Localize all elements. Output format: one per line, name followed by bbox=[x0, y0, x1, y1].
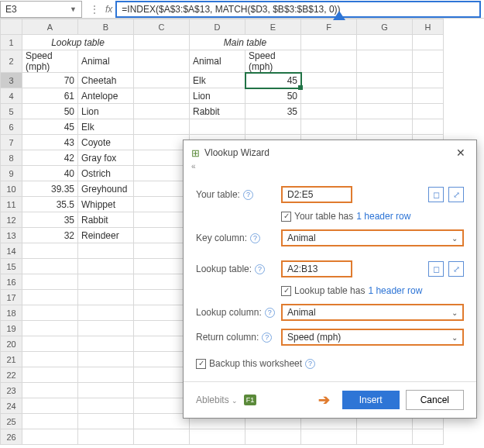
help-icon[interactable]: ? bbox=[243, 190, 253, 200]
cell[interactable]: Rabbit bbox=[190, 104, 245, 119]
cell[interactable] bbox=[134, 150, 190, 166]
cell[interactable]: 50 bbox=[22, 104, 78, 119]
cell[interactable]: Gray fox bbox=[78, 150, 134, 166]
row-header[interactable]: 18 bbox=[1, 305, 22, 321]
cell[interactable]: Elk bbox=[190, 73, 245, 88]
cell[interactable] bbox=[301, 104, 357, 119]
row-header[interactable]: 14 bbox=[1, 243, 22, 259]
cell[interactable] bbox=[78, 367, 134, 383]
cell[interactable] bbox=[190, 429, 245, 445]
active-cell[interactable]: 45 bbox=[245, 73, 301, 88]
row-header[interactable]: 24 bbox=[1, 398, 22, 414]
cell[interactable]: Antelope bbox=[78, 88, 134, 104]
cell[interactable]: 70 bbox=[22, 73, 78, 88]
cell[interactable] bbox=[134, 88, 190, 104]
f1-help-icon[interactable]: F1 bbox=[244, 395, 256, 405]
col-header-f[interactable]: F bbox=[301, 19, 357, 35]
row-header[interactable]: 19 bbox=[1, 321, 22, 336]
cell[interactable] bbox=[134, 104, 190, 119]
lookup-table-header-checkbox[interactable]: ✓ bbox=[281, 286, 291, 296]
cell[interactable] bbox=[357, 35, 413, 50]
cell[interactable]: 35 bbox=[245, 104, 301, 119]
cell[interactable] bbox=[78, 259, 134, 274]
header-row-link[interactable]: 1 header row bbox=[356, 211, 410, 222]
cell[interactable] bbox=[413, 73, 444, 88]
cell[interactable] bbox=[357, 73, 413, 88]
cell[interactable] bbox=[78, 336, 134, 352]
cell[interactable] bbox=[134, 197, 190, 212]
help-icon[interactable]: ? bbox=[262, 333, 272, 343]
lookup-column-select[interactable]: Animal⌄ bbox=[281, 304, 464, 321]
cell[interactable]: Greyhound bbox=[78, 181, 134, 197]
cell[interactable]: Whippet bbox=[78, 197, 134, 212]
cell[interactable]: 35.5 bbox=[22, 197, 78, 212]
cell[interactable] bbox=[22, 321, 78, 336]
cell[interactable]: 40 bbox=[22, 166, 78, 181]
cell[interactable] bbox=[134, 398, 190, 414]
cell[interactable]: 43 bbox=[22, 135, 78, 150]
cell[interactable] bbox=[22, 243, 78, 259]
row-header[interactable]: 12 bbox=[1, 212, 22, 228]
cell[interactable] bbox=[301, 429, 357, 445]
col-header-c[interactable]: C bbox=[134, 19, 190, 35]
cell[interactable] bbox=[134, 243, 190, 259]
row-header[interactable]: 10 bbox=[1, 181, 22, 197]
cell[interactable] bbox=[22, 429, 78, 445]
cell[interactable] bbox=[134, 352, 190, 367]
cell[interactable]: 50 bbox=[245, 88, 301, 104]
cancel-button[interactable]: Cancel bbox=[406, 390, 464, 410]
select-range-icon[interactable]: ◻ bbox=[428, 187, 444, 202]
col-header-a[interactable]: A bbox=[22, 19, 78, 35]
cell[interactable]: 42 bbox=[22, 150, 78, 166]
cell[interactable] bbox=[134, 305, 190, 321]
cell[interactable] bbox=[78, 243, 134, 259]
chevron-down-icon[interactable]: ▼ bbox=[70, 5, 77, 13]
cell[interactable] bbox=[22, 336, 78, 352]
cell[interactable] bbox=[357, 50, 413, 73]
cell[interactable] bbox=[78, 274, 134, 290]
cell[interactable]: Ostrich bbox=[78, 166, 134, 181]
cell[interactable] bbox=[134, 274, 190, 290]
expand-icon[interactable]: ⤢ bbox=[448, 187, 464, 202]
select-range-icon[interactable]: ◻ bbox=[428, 261, 444, 277]
cell[interactable] bbox=[22, 274, 78, 290]
cell[interactable] bbox=[134, 50, 190, 73]
fx-label[interactable]: fx bbox=[105, 4, 112, 15]
main-table-title[interactable]: Main table bbox=[190, 35, 301, 50]
row-header[interactable]: 1 bbox=[1, 35, 22, 50]
cell[interactable] bbox=[22, 383, 78, 398]
cell[interactable] bbox=[245, 429, 301, 445]
row-header[interactable]: 6 bbox=[1, 119, 22, 135]
cell[interactable] bbox=[134, 119, 190, 135]
cell[interactable]: 61 bbox=[22, 88, 78, 104]
backup-checkbox[interactable]: ✓ bbox=[196, 359, 206, 369]
row-header[interactable]: 16 bbox=[1, 274, 22, 290]
return-column-select[interactable]: Speed (mph)⌄ bbox=[281, 329, 464, 346]
cell[interactable] bbox=[22, 305, 78, 321]
cell[interactable]: Lion bbox=[78, 104, 134, 119]
cell[interactable] bbox=[78, 398, 134, 414]
cell[interactable] bbox=[134, 414, 190, 429]
cell[interactable] bbox=[78, 383, 134, 398]
your-table-header-checkbox[interactable]: ✓ bbox=[281, 212, 291, 222]
col-header-e[interactable]: E bbox=[245, 19, 301, 35]
row-header[interactable]: 4 bbox=[1, 88, 22, 104]
cell[interactable]: Rabbit bbox=[78, 212, 134, 228]
help-icon[interactable]: ? bbox=[305, 359, 315, 369]
cell[interactable] bbox=[134, 166, 190, 181]
cell[interactable] bbox=[413, 88, 444, 104]
your-table-input[interactable]: D2:E5 bbox=[281, 186, 352, 203]
row-header[interactable]: 9 bbox=[1, 166, 22, 181]
brand-label[interactable]: Ablebits ⌄ bbox=[196, 395, 238, 405]
row-header[interactable]: 11 bbox=[1, 197, 22, 212]
cell[interactable] bbox=[301, 73, 357, 88]
row-header[interactable]: 2 bbox=[1, 50, 22, 73]
cell[interactable]: 35 bbox=[22, 212, 78, 228]
cell[interactable] bbox=[134, 73, 190, 88]
expand-icon[interactable]: ⤢ bbox=[448, 261, 464, 277]
row-header[interactable]: 7 bbox=[1, 135, 22, 150]
insert-button[interactable]: Insert bbox=[342, 391, 400, 409]
cell[interactable] bbox=[245, 119, 301, 135]
header-row-link[interactable]: 1 header row bbox=[368, 285, 422, 296]
col-header-g[interactable]: G bbox=[357, 19, 413, 35]
